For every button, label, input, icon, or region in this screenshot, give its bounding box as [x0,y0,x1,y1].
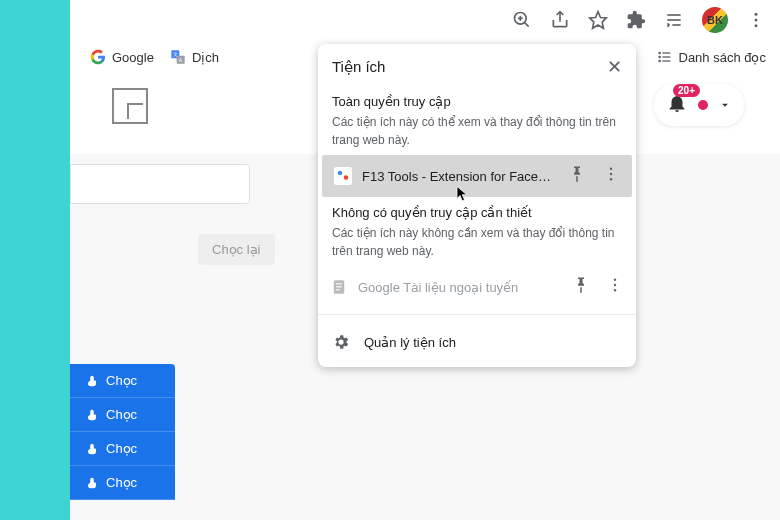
svg-point-27 [610,178,612,180]
manage-label: Quản lý tiện ích [364,335,456,350]
extensions-icon[interactable] [626,10,646,30]
svg-point-20 [659,56,660,57]
popup-title: Tiện ích [332,58,385,76]
poke-button-2[interactable]: Chọc [70,398,175,432]
chevron-down-icon[interactable] [718,98,732,112]
pin-icon[interactable] [568,165,586,187]
svg-line-1 [525,23,529,27]
reading-list-label: Danh sách đọc [679,50,767,65]
more-icon[interactable] [606,276,624,298]
svg-point-9 [755,13,758,16]
svg-point-24 [344,175,349,180]
reading-list-button[interactable]: Danh sách đọc [657,49,767,65]
svg-marker-5 [590,12,607,29]
zoom-icon[interactable] [512,10,532,30]
close-button[interactable]: ✕ [607,56,622,78]
extension-f13-label: F13 Tools - Extension for Faceb… [362,169,558,184]
svg-point-10 [755,19,758,22]
extension-gdocs-label: Google Tài liệu ngoại tuyến [358,280,562,295]
avatar[interactable]: BK [702,7,728,33]
section-full-title: Toàn quyền truy cập [332,94,622,109]
svg-point-34 [614,289,616,291]
share-icon[interactable] [550,10,570,30]
poke-icon [84,442,100,456]
f13-icon [334,167,352,185]
poke-button-3[interactable]: Chọc [70,432,175,466]
extensions-popup: Tiện ích ✕ Toàn quyền truy cập Các tiện … [318,44,636,367]
extension-f13[interactable]: F13 Tools - Extension for Faceb… [322,155,632,197]
notification-tray[interactable]: 20+ [654,84,744,126]
action-column: Chọc Chọc Chọc Chọc [70,364,175,500]
section-none-title: Không có quyền truy cập cần thiết [332,205,622,220]
svg-point-21 [659,60,660,61]
bell-icon[interactable]: 20+ [666,92,688,118]
bookmark-dich-label: Dịch [192,50,219,65]
poke-button-1[interactable]: Chọc [70,364,175,398]
svg-point-19 [659,52,660,53]
reading-list-icon[interactable] [664,10,684,30]
google-icon [90,49,106,65]
svg-rect-29 [336,283,342,284]
svg-text:A: A [179,57,183,63]
svg-point-25 [610,168,612,170]
svg-point-32 [614,279,616,281]
search-input[interactable] [70,164,250,204]
section-full-desc: Các tiện ích này có thể xem và thay đổi … [332,113,622,149]
svg-text:文: 文 [173,51,178,57]
poke-icon [84,476,100,490]
poke-icon [84,408,100,422]
bookmark-google[interactable]: Google [90,49,154,65]
svg-rect-31 [336,289,340,290]
app-logo [112,88,148,124]
bookmark-google-label: Google [112,50,154,65]
svg-point-11 [755,24,758,27]
svg-rect-22 [334,167,352,185]
svg-rect-30 [336,286,342,287]
translate-icon: 文A [170,49,186,65]
svg-point-33 [614,284,616,286]
poke-icon [84,374,100,388]
star-icon[interactable] [588,10,608,30]
reset-button[interactable]: Chọc lại [198,234,275,265]
poke-button-4[interactable]: Chọc [70,466,175,500]
extension-gdocs[interactable]: Google Tài liệu ngoại tuyến [318,266,636,308]
divider [318,314,636,315]
section-none-desc: Các tiện ích này không cần xem và thay đ… [332,224,622,260]
gdocs-icon [330,278,348,296]
list-icon [657,49,673,65]
more-icon[interactable] [602,165,620,187]
bookmark-dich[interactable]: 文A Dịch [170,49,219,65]
browser-toolbar: BK [70,0,780,40]
svg-point-23 [338,171,343,176]
pin-icon[interactable] [572,276,590,298]
browser-window: BK Google 文A Dịch Danh sách đọc Chọc lại… [70,0,780,520]
manage-extensions[interactable]: Quản lý tiện ích [318,321,636,363]
status-dot [698,100,708,110]
menu-dots-icon[interactable] [746,10,766,30]
svg-point-26 [610,173,612,175]
notification-badge: 20+ [673,84,700,97]
gear-icon [332,333,350,351]
